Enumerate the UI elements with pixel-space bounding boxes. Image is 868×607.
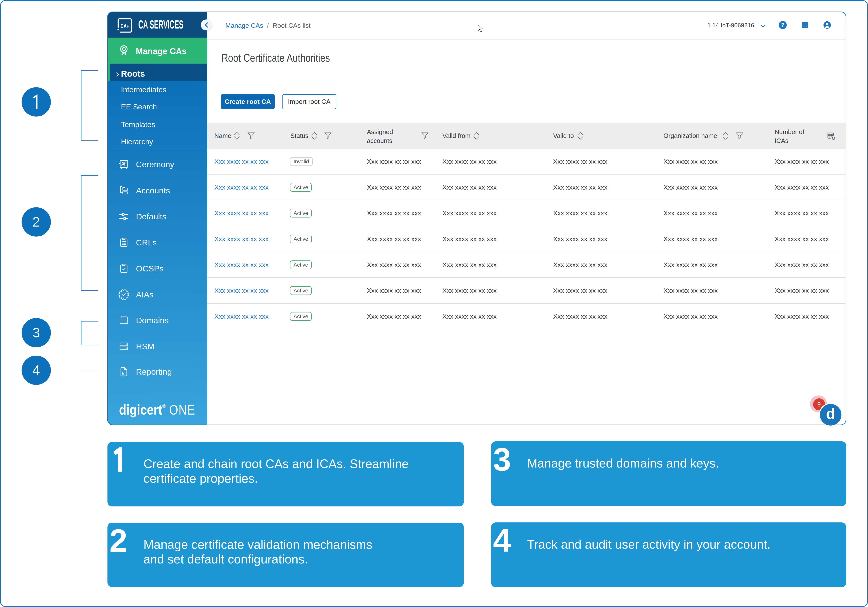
svg-text:CA+: CA+ bbox=[121, 23, 129, 29]
